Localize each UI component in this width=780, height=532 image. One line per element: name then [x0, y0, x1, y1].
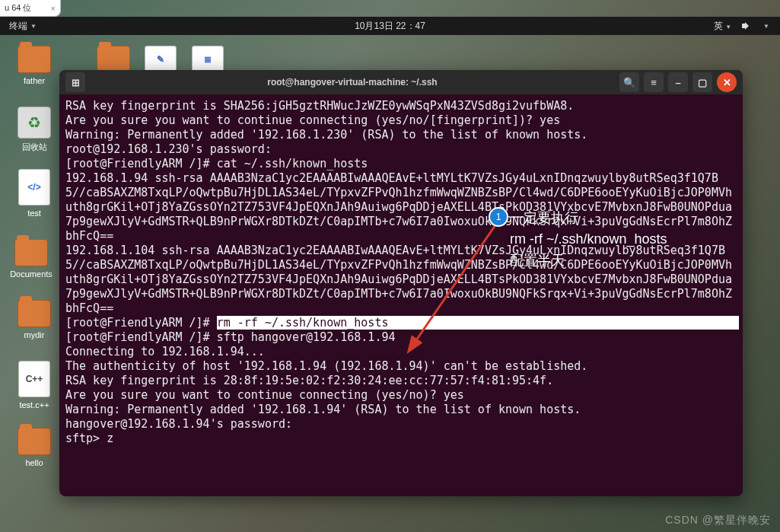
gnome-top-bar: 终端 ▼ 10月13日 22：47 英 ▼ ▼	[0, 17, 780, 35]
terminal-line: [root@FriendlyARM /]# sftp hangover@192.…	[65, 330, 395, 344]
desktop-icon-mydir[interactable]: mydir	[11, 300, 58, 339]
desktop-icon-test-cpp[interactable]: C++ test.c++	[11, 361, 58, 409]
new-tab-button[interactable]: ⊞	[65, 72, 85, 92]
file-icon: ≣	[192, 46, 224, 73]
close-button[interactable]: ✕	[717, 72, 737, 92]
recycle-icon: ♻	[18, 107, 51, 139]
folder-icon	[18, 46, 51, 73]
folder-icon	[97, 46, 130, 73]
desktop-icon-test[interactable]: </> test	[11, 169, 58, 218]
icon-label: test.c++	[11, 400, 58, 409]
file-icon: ✎	[145, 46, 177, 73]
terminal-body[interactable]: RSA key fingerprint is SHA256:jGH5gztRHW…	[59, 94, 743, 496]
folder-icon	[18, 428, 51, 455]
icon-label: Documents	[8, 269, 55, 279]
annotation-badge: 1	[489, 207, 508, 227]
terminal-line: RSA key fingerprint is SHA256:jGH5gztRHW…	[65, 99, 574, 113]
tab-label: u 64 位	[5, 2, 31, 14]
file-icon: C++	[18, 361, 50, 397]
icon-label: 回收站	[11, 142, 58, 153]
terminal-highlighted-command: rm -rf ~/.ssh/known_hosts	[217, 316, 389, 330]
close-icon[interactable]: ×	[51, 4, 56, 13]
terminal-highlight-pad	[388, 316, 739, 330]
terminal-line: RSA key fingerprint is 28:8f:19:5e:02:f2…	[65, 374, 553, 387]
terminal-prompt: [root@FriendlyARM /]#	[65, 316, 217, 330]
system-menu-icon[interactable]: ▼	[763, 23, 769, 30]
terminal-line: sftp> z	[65, 432, 113, 445]
topbar-lang[interactable]: 英 ▼	[714, 20, 731, 33]
terminal-line: Are you sure you want to continue connec…	[65, 113, 560, 127]
folder-icon	[14, 239, 48, 266]
topbar-clock[interactable]: 10月13日 22：47	[355, 20, 425, 33]
volume-icon[interactable]	[742, 22, 753, 30]
desktop-icon-father[interactable]: father	[11, 46, 58, 85]
menu-icon[interactable]: ≡	[644, 72, 664, 92]
file-icon: </>	[18, 169, 50, 205]
topbar-app-name[interactable]: 终端	[9, 20, 27, 33]
annotation-line: 配置半天	[510, 250, 667, 271]
annotation-text: 一定要执行 rm -rf ~/.ssh/known_hosts 配置半天	[510, 207, 667, 271]
watermark: CSDN @繁星伴晚安	[665, 514, 771, 527]
maximize-button[interactable]: ▢	[692, 72, 712, 92]
icon-label: father	[11, 76, 58, 85]
browser-tab[interactable]: u 64 位 ×	[0, 0, 61, 17]
terminal-line: hangover@192.168.1.94's password:	[65, 417, 299, 431]
terminal-line: Are you sure you want to continue connec…	[65, 388, 464, 402]
terminal-line: [root@FriendlyARM /]# cat ~/.ssh/known_h…	[65, 157, 368, 170]
icon-label: test	[11, 209, 58, 218]
terminal-line: The authenticity of host '192.168.1.94 (…	[65, 359, 587, 373]
chevron-down-icon[interactable]: ▼	[30, 23, 37, 30]
desktop-icon-trash[interactable]: ♻ 回收站	[11, 107, 58, 153]
terminal-line: Warning: Permanently added '192.168.1.23…	[65, 128, 587, 142]
window-title: root@hangover-virtual-machine: ~/.ssh	[90, 77, 615, 88]
folder-icon	[18, 300, 51, 327]
terminal-line: Connecting to 192.168.1.94...	[65, 345, 265, 358]
icon-label: hello	[11, 458, 58, 467]
terminal-line: Warning: Permanently added '192.168.1.94…	[65, 403, 581, 416]
icon-label: mydir	[11, 330, 58, 339]
terminal-line: root@192.168.1.230's password:	[65, 142, 279, 156]
annotation-line: rm -rf ~/.ssh/known_hosts	[510, 228, 667, 250]
annotation-line: 一定要执行	[510, 207, 667, 228]
minimize-button[interactable]: –	[668, 72, 688, 92]
desktop-icon-documents[interactable]: Documents	[8, 239, 55, 279]
desktop-icon-hello[interactable]: hello	[11, 428, 58, 467]
terminal-window: ⊞ root@hangover-virtual-machine: ~/.ssh …	[59, 70, 743, 496]
terminal-titlebar[interactable]: ⊞ root@hangover-virtual-machine: ~/.ssh …	[59, 70, 743, 94]
search-icon[interactable]: 🔍	[619, 72, 639, 92]
